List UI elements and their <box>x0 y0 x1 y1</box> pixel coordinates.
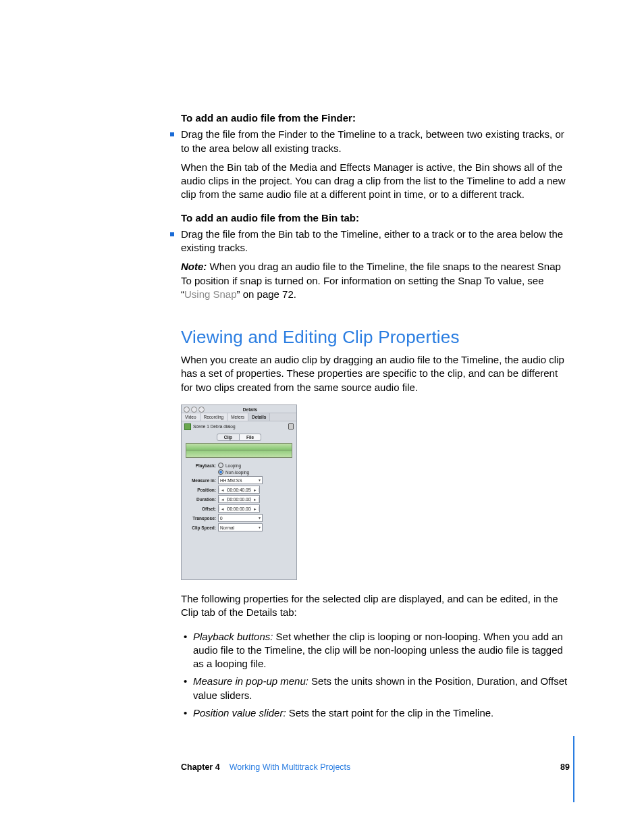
window-title: Details <box>206 407 294 412</box>
body-paragraph: When you create an audio clip by draggin… <box>181 353 570 394</box>
procedure-heading-bin: To add an audio file from the Bin tab: <box>181 211 570 225</box>
list-item: • Position value slider: Sets the start … <box>184 706 570 720</box>
label-position: Position: <box>186 488 216 492</box>
page-footer: Chapter 4 Working With Multitrack Projec… <box>181 762 570 773</box>
definition: Sets the start point for the clip in the… <box>286 707 494 719</box>
radio-nonlooping[interactable] <box>218 469 223 475</box>
radio-label: Looping <box>225 463 241 468</box>
tab-meters[interactable]: Meters <box>227 413 248 421</box>
label-clipspeed: Clip Speed: <box>186 525 216 530</box>
clip-header: Scene 1 Debra dialog <box>182 421 296 432</box>
list-item: • Measure in pop-up menu: Sets the units… <box>184 675 570 702</box>
subtab-clip[interactable]: Clip <box>217 434 240 441</box>
list-item: • Playback buttons: Set whether the clip… <box>184 630 570 671</box>
term: Position value slider: <box>193 707 286 719</box>
lock-icon <box>288 423 294 429</box>
chevron-updown-icon: ▾ <box>259 525 261 530</box>
bullet-icon: • <box>184 675 193 688</box>
label-measure: Measure in: <box>186 478 216 483</box>
term: Playback buttons: <box>193 631 273 642</box>
subtab-bar: Clip File <box>182 434 296 441</box>
bullet-icon: • <box>184 630 193 644</box>
window-titlebar: Details <box>182 405 296 413</box>
label-transpose: Transpose: <box>186 516 216 521</box>
offset-slider[interactable]: ◂00:00:00.00▸ <box>218 504 260 513</box>
waveform-preview <box>186 443 292 458</box>
radio-looping[interactable] <box>218 463 223 468</box>
step-row: Drag the file from the Finder to the Tim… <box>170 128 570 155</box>
measure-popup[interactable]: HH:MM:SS▾ <box>218 476 263 484</box>
note-paragraph: Note: When you drag an audio file to the… <box>181 260 570 301</box>
label-duration: Duration: <box>186 497 216 502</box>
page-content: To add an audio file from the Finder: Dr… <box>181 111 570 724</box>
square-bullet-icon <box>170 232 174 236</box>
clip-icon <box>184 423 191 430</box>
body-paragraph: When the Bin tab of the Media and Effect… <box>181 161 570 202</box>
traffic-light-icon <box>184 407 190 413</box>
clip-name: Scene 1 Debra dialog <box>193 424 236 429</box>
procedure-heading-finder: To add an audio file from the Finder: <box>181 111 570 125</box>
square-bullet-icon <box>170 132 174 136</box>
body-paragraph: The following properties for the selecte… <box>181 592 570 620</box>
tab-recording[interactable]: Recording <box>200 413 228 421</box>
chapter-label: Chapter 4 <box>181 762 220 773</box>
details-window-screenshot: Details Video Recording Meters Details S… <box>181 405 297 580</box>
label-playback: Playback: <box>186 463 216 468</box>
label-offset: Offset: <box>186 506 216 511</box>
tab-bar: Video Recording Meters Details <box>182 413 296 421</box>
step-text: Drag the file from the Bin tab to the Ti… <box>181 228 570 255</box>
chevron-updown-icon: ▾ <box>259 516 261 521</box>
chevron-updown-icon: ▾ <box>259 478 261 483</box>
traffic-light-icon <box>198 407 205 413</box>
chapter-name: Working With Multitrack Projects <box>230 762 351 773</box>
tab-video[interactable]: Video <box>182 413 200 421</box>
step-row: Drag the file from the Bin tab to the Ti… <box>170 228 570 255</box>
note-label: Note: <box>181 261 207 272</box>
page-number: 89 <box>560 762 570 773</box>
tab-details[interactable]: Details <box>248 413 270 421</box>
position-slider[interactable]: ◂00:00:40.05▸ <box>218 486 260 494</box>
duration-slider[interactable]: ◂00:00:00.00▸ <box>218 495 260 503</box>
radio-label: Non-looping <box>225 470 249 475</box>
step-text: Drag the file from the Finder to the Tim… <box>181 128 570 155</box>
clipspeed-popup[interactable]: Normal▾ <box>218 523 263 531</box>
subtab-file[interactable]: File <box>240 434 261 441</box>
traffic-light-icon <box>191 407 197 413</box>
note-text-b: ” on page 72. <box>237 288 296 300</box>
bullet-icon: • <box>184 706 193 720</box>
term: Measure in pop-up menu: <box>193 675 308 687</box>
cross-reference-link[interactable]: Using Snap <box>184 288 237 300</box>
section-heading: Viewing and Editing Clip Properties <box>181 325 570 349</box>
transpose-popup[interactable]: 0▾ <box>218 514 263 522</box>
page-edge-rule <box>573 736 574 802</box>
